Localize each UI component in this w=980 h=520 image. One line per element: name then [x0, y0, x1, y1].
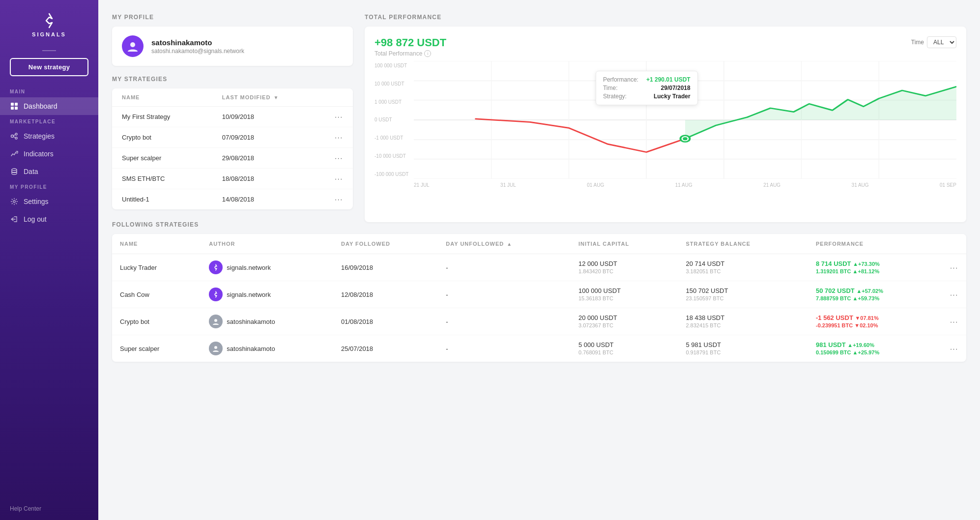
svg-rect-3: [15, 107, 18, 110]
profile-info: satoshinakamoto satoshi.nakamoto@signals…: [151, 38, 244, 55]
following-day-followed: 25/07/2018: [333, 335, 438, 362]
following-author: satoshinakamoto: [201, 308, 333, 335]
following-table-row[interactable]: Super scalper satoshinakamoto 25/07/2018…: [112, 335, 966, 362]
sidebar-item-dashboard[interactable]: Dashboard: [0, 97, 98, 115]
row-actions-button[interactable]: ···: [325, 169, 353, 189]
following-table-row[interactable]: Lucky Trader signals.network 16/09/2018 …: [112, 254, 966, 281]
svg-rect-1: [15, 103, 18, 106]
my-profile-title: MY PROFILE: [112, 14, 353, 21]
strategy-name: SMS ETH/BTC: [112, 169, 212, 189]
sidebar-item-dashboard-label: Dashboard: [24, 102, 58, 110]
tooltip-time-value: 29/07/2018: [661, 85, 691, 91]
following-strategy-name: Lucky Trader: [112, 254, 201, 281]
svg-point-5: [15, 133, 17, 135]
data-icon: [10, 167, 19, 176]
following-initial-capital: 100 000 USDT 15.36183 BTC: [571, 281, 678, 308]
sidebar-item-indicators[interactable]: Indicators: [0, 145, 98, 163]
help-center-link[interactable]: Help Center: [0, 497, 98, 520]
svg-point-10: [13, 201, 15, 202]
performance-card: +98 872 USDT Total Performance i Time AL…: [365, 27, 966, 222]
time-label: Time: [911, 39, 924, 46]
svg-point-27: [683, 137, 687, 141]
following-row-actions-button[interactable]: ···: [942, 254, 966, 281]
tooltip-performance-row: Performance: +1 290.01 USDT: [603, 76, 691, 83]
svg-rect-2: [11, 107, 14, 110]
following-day-unfollowed: -: [438, 281, 571, 308]
table-row[interactable]: Super scalper 29/08/2018 ···: [112, 148, 353, 169]
strategies-icon: [10, 132, 19, 141]
row-actions-button[interactable]: ···: [325, 107, 353, 127]
table-row[interactable]: Untitled-1 14/08/2018 ···: [112, 189, 353, 210]
sidebar-item-logout[interactable]: Log out: [0, 210, 98, 228]
tooltip-perf-value: +1 290.01 USDT: [646, 76, 691, 83]
avatar: [122, 35, 144, 57]
time-dropdown[interactable]: ALL1M3M6M1Y: [927, 36, 956, 48]
table-row[interactable]: SMS ETH/BTC 18/08/2018 ···: [112, 169, 353, 189]
signals-logo-icon: [40, 12, 58, 29]
author-avatar: [209, 342, 223, 355]
strategy-name: My First Strategy: [112, 107, 212, 127]
strategy-modified: 07/09/2018: [212, 127, 325, 148]
total-performance-title: TOTAL PERFORMANCE: [365, 14, 966, 21]
following-strategy-name: Super scalper: [112, 335, 201, 362]
following-row-actions-button[interactable]: ···: [942, 308, 966, 335]
indicators-icon: [10, 149, 19, 158]
performance-chart: 100 000 USDT 10 000 USDT 1 000 USDT 0 US…: [375, 61, 956, 179]
following-day-followed: 12/08/2018: [333, 281, 438, 308]
following-strategies-title: FOLLOWING STRATEGIES: [112, 221, 966, 228]
sidebar-item-strategies-label: Strategies: [24, 132, 55, 140]
strategies-card: NAME LAST MODIFIED ▼ My First Strategy 1…: [112, 88, 353, 209]
following-table-row[interactable]: Crypto bot satoshinakamoto 01/08/2018 - …: [112, 308, 966, 335]
chart-x-labels: 21 JUL 31 JUL 01 AUG 11 AUG 21 AUG 31 AU…: [414, 182, 956, 188]
svg-point-29: [214, 346, 217, 349]
new-strategy-button[interactable]: New strategy: [10, 58, 88, 76]
table-row[interactable]: My First Strategy 10/09/2018 ···: [112, 107, 353, 127]
table-row[interactable]: Crypto bot 07/09/2018 ···: [112, 127, 353, 148]
sidebar-item-settings[interactable]: Settings: [0, 193, 98, 210]
sort-arrow-icon: ▼: [273, 95, 279, 100]
svg-point-9: [12, 169, 17, 171]
following-day-unfollowed: -: [438, 254, 571, 281]
sidebar-item-indicators-label: Indicators: [24, 150, 54, 158]
sidebar-item-strategies[interactable]: Strategies: [0, 127, 98, 145]
following-performance: 8 714 USDT ▲+73.30% 1.319201 BTC ▲+81.12…: [808, 254, 942, 281]
following-row-actions-button[interactable]: ···: [942, 281, 966, 308]
sidebar-section-marketplace: MARKETPLACE: [0, 115, 98, 127]
following-initial-capital: 5 000 USDT 0.768091 BTC: [571, 335, 678, 362]
logo-text: SIGNALS: [32, 31, 66, 37]
row-actions-button[interactable]: ···: [325, 127, 353, 148]
following-col-strategy-balance: STRATEGY BALANCE: [678, 234, 808, 254]
following-strategy-balance: 20 714 USDT 3.182051 BTC: [678, 254, 808, 281]
row-actions-button[interactable]: ···: [325, 148, 353, 169]
following-col-author: AUTHOR: [201, 234, 333, 254]
following-strategy-balance: 18 438 USDT 2.832415 BTC: [678, 308, 808, 335]
row-actions-button[interactable]: ···: [325, 189, 353, 210]
sidebar-item-data-label: Data: [24, 168, 38, 175]
strategies-table: NAME LAST MODIFIED ▼ My First Strategy 1…: [112, 88, 353, 209]
following-row-actions-button[interactable]: ···: [942, 335, 966, 362]
settings-icon: [10, 197, 19, 206]
svg-point-11: [130, 42, 135, 47]
following-section: FOLLOWING STRATEGIES NAME AUTHOR DAY FOL…: [112, 221, 966, 362]
profile-card: satoshinakamoto satoshi.nakamoto@signals…: [112, 27, 353, 66]
following-author: satoshinakamoto: [201, 335, 333, 362]
strategy-name: Crypto bot: [112, 127, 212, 148]
sidebar-item-data[interactable]: Data: [0, 163, 98, 180]
following-col-name: NAME: [112, 234, 201, 254]
strategy-name: Super scalper: [112, 148, 212, 169]
following-col-performance: PERFORMANCE: [808, 234, 942, 254]
following-table-row[interactable]: Cash Cow signals.network 12/08/2018 - 10…: [112, 281, 966, 308]
sidebar-divider: [42, 50, 56, 51]
following-strategy-balance: 150 702 USDT 23.150597 BTC: [678, 281, 808, 308]
time-selector: Time ALL1M3M6M1Y: [911, 36, 956, 48]
strategy-modified: 29/08/2018: [212, 148, 325, 169]
author-avatar: [209, 288, 223, 301]
following-card: NAME AUTHOR DAY FOLLOWED DAY UNFOLLOWED …: [112, 234, 966, 362]
chart-tooltip: Performance: +1 290.01 USDT Time: 29/07/…: [596, 71, 698, 105]
logo-area: SIGNALS: [0, 0, 98, 45]
performance-summary: +98 872 USDT Total Performance i: [375, 36, 446, 57]
performance-header: +98 872 USDT Total Performance i Time AL…: [375, 36, 956, 57]
following-performance: 50 702 USDT ▲+57.02% 7.888759 BTC ▲+59.7…: [808, 281, 942, 308]
tooltip-strategy-label: Strategy:: [603, 93, 627, 100]
following-performance: 981 USDT ▲+19.60% 0.150699 BTC ▲+25.97%: [808, 335, 942, 362]
